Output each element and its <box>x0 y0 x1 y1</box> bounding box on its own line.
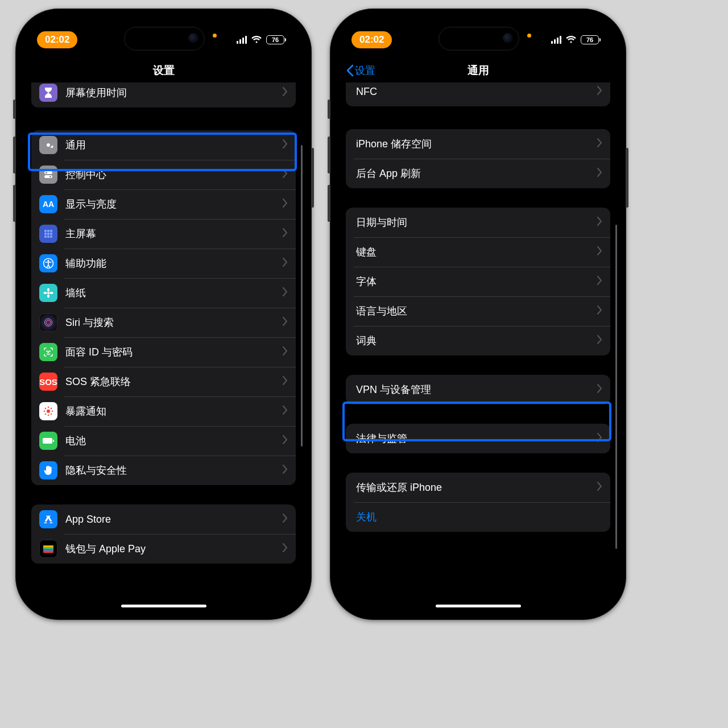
mute-switch[interactable] <box>13 100 16 119</box>
settings-row-siri[interactable]: Siri 与搜索 <box>31 308 296 337</box>
svg-point-21 <box>46 320 51 325</box>
settings-row-storage[interactable]: iPhone 储存空间 <box>346 129 610 159</box>
settings-row-fonts[interactable]: 字体 <box>346 267 610 296</box>
settings-row-sos[interactable]: SOS SOS 紧急联络 <box>31 367 296 396</box>
settings-row-general[interactable]: 通用 <box>31 130 296 160</box>
chevron-right-icon <box>597 217 602 229</box>
faceid-icon <box>39 343 57 361</box>
power-button[interactable] <box>626 148 628 208</box>
settings-row-accessibility[interactable]: 辅助功能 <box>31 249 296 278</box>
exposure-icon <box>39 402 57 420</box>
row-label: 键盘 <box>356 245 377 259</box>
phone-frame-left: 02:02 76 设置 <box>15 9 312 620</box>
power-button[interactable] <box>311 148 314 208</box>
screen: 02:02 76 设置 通用 <box>337 15 619 613</box>
settings-row-wallet[interactable]: 钱包与 Apple Pay <box>31 534 296 564</box>
page-title: 设置 <box>153 63 175 78</box>
row-label: 面容 ID 与密码 <box>65 345 133 359</box>
row-label: 日期与时间 <box>356 216 407 229</box>
settings-row-display[interactable]: AA 显示与亮度 <box>31 189 296 219</box>
settings-row-nfc[interactable]: NFC <box>346 82 610 106</box>
settings-row-exposure[interactable]: 暴露通知 <box>31 396 296 426</box>
settings-row-transfer-reset[interactable]: 传输或还原 iPhone <box>346 473 610 502</box>
settings-group: 传输或还原 iPhone 关机 <box>346 473 610 532</box>
home-indicator[interactable] <box>121 605 206 607</box>
settings-row-background-refresh[interactable]: 后台 App 刷新 <box>346 159 610 188</box>
svg-point-24 <box>47 410 50 413</box>
settings-row-shutdown[interactable]: 关机 <box>346 502 610 532</box>
settings-row-appstore[interactable]: App Store <box>31 504 296 534</box>
status-bar: 02:02 76 <box>37 30 290 50</box>
settings-group: 屏幕使用时间 <box>31 82 296 107</box>
svg-point-22 <box>47 351 47 351</box>
wifi-icon <box>251 36 262 44</box>
gear-icon <box>39 136 57 154</box>
wifi-icon <box>566 36 576 44</box>
settings-row-home-screen[interactable]: 主屏幕 <box>31 219 296 249</box>
chevron-right-icon <box>597 482 602 494</box>
svg-point-15 <box>47 292 49 294</box>
row-label: 墙纸 <box>65 286 86 300</box>
row-label: VPN 与设备管理 <box>356 383 431 396</box>
flower-icon <box>39 284 57 302</box>
back-label: 设置 <box>355 64 375 77</box>
battery-icon <box>39 432 57 450</box>
volume-up-button[interactable] <box>13 136 16 173</box>
volume-up-button[interactable] <box>328 136 330 173</box>
svg-point-1 <box>46 172 47 173</box>
volume-down-button[interactable] <box>328 185 330 222</box>
svg-rect-6 <box>50 230 52 232</box>
chevron-right-icon <box>597 138 602 150</box>
settings-row-control-center[interactable]: 控制中心 <box>31 160 296 189</box>
settings-row-keyboard[interactable]: 键盘 <box>346 237 610 267</box>
row-label: 字体 <box>356 275 377 288</box>
svg-rect-4 <box>44 230 47 232</box>
settings-row-wallpaper[interactable]: 墙纸 <box>31 278 296 308</box>
chevron-right-icon <box>282 465 288 477</box>
time-pill[interactable]: 02:02 <box>37 31 77 48</box>
settings-row-screentime[interactable]: 屏幕使用时间 <box>31 82 296 107</box>
scrollbar[interactable] <box>615 225 617 549</box>
svg-point-30 <box>51 408 52 409</box>
settings-row-legal[interactable]: 法律与监管 <box>346 424 610 453</box>
wallet-icon <box>39 540 57 558</box>
chevron-right-icon <box>597 335 602 347</box>
svg-rect-7 <box>44 233 47 235</box>
hand-icon <box>39 461 57 479</box>
settings-row-dictionary[interactable]: 词典 <box>346 326 610 355</box>
cellular-signal-icon <box>551 36 561 44</box>
settings-group: 通用 控制中心 AA 显示与亮度 <box>31 130 296 485</box>
svg-point-20 <box>45 319 52 326</box>
row-label: 法律与监管 <box>356 432 407 445</box>
settings-row-language[interactable]: 语言与地区 <box>346 296 610 326</box>
chevron-right-icon <box>282 543 288 555</box>
chevron-right-icon <box>282 87 288 99</box>
settings-row-faceid[interactable]: 面容 ID 与密码 <box>31 337 296 367</box>
row-label: 后台 App 刷新 <box>356 167 421 180</box>
chevron-right-icon <box>282 287 288 299</box>
chevron-right-icon <box>597 276 602 288</box>
home-indicator[interactable] <box>436 605 521 607</box>
svg-rect-38 <box>43 551 53 553</box>
settings-row-date-time[interactable]: 日期与时间 <box>346 208 610 237</box>
settings-row-privacy[interactable]: 隐私与安全性 <box>31 456 296 485</box>
mute-switch[interactable] <box>328 100 330 119</box>
sos-icon: SOS <box>39 373 57 391</box>
chevron-right-icon <box>282 346 288 358</box>
volume-down-button[interactable] <box>13 185 16 222</box>
svg-point-23 <box>49 351 50 351</box>
svg-rect-5 <box>47 230 49 232</box>
row-label: 屏幕使用时间 <box>65 86 127 100</box>
svg-point-17 <box>47 295 49 298</box>
chevron-right-icon <box>597 246 602 258</box>
settings-row-battery[interactable]: 电池 <box>31 426 296 456</box>
svg-point-27 <box>44 411 45 412</box>
settings-group: VPN 与设备管理 <box>346 375 610 404</box>
cellular-signal-icon <box>237 36 247 44</box>
chevron-right-icon <box>597 433 602 445</box>
settings-row-vpn[interactable]: VPN 与设备管理 <box>346 375 610 404</box>
time-pill[interactable]: 02:02 <box>351 31 392 48</box>
scrollbar[interactable] <box>301 145 303 446</box>
chevron-right-icon <box>282 376 288 388</box>
back-button[interactable]: 设置 <box>346 64 375 77</box>
